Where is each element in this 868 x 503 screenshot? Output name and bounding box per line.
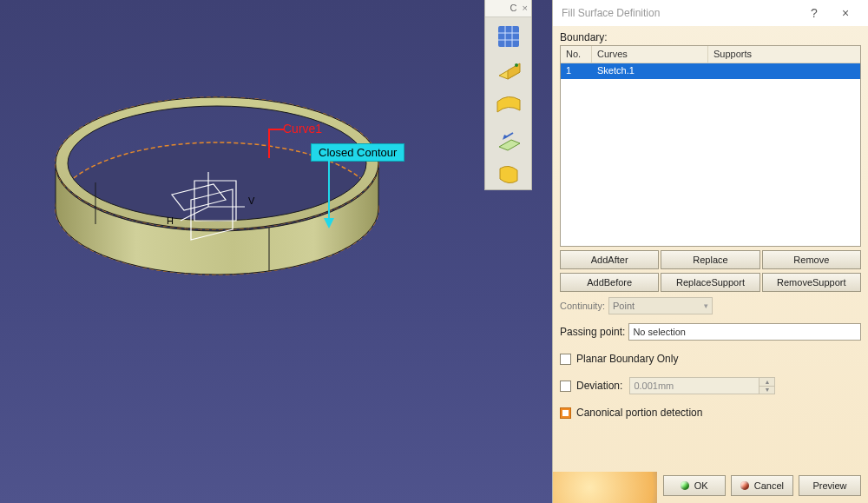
svg-marker-11 (324, 218, 334, 228)
dialog-titlebar: Fill Surface Definition ? × (553, 0, 868, 26)
list-header: No. Curves Supports (561, 46, 860, 63)
continuity-select[interactable]: Point ▾ (608, 297, 713, 314)
canonical-checkbox[interactable] (560, 407, 571, 419)
chevron-down-icon: ▾ (704, 301, 708, 310)
col-no[interactable]: No. (561, 46, 592, 63)
canonical-label: Canonical portion detection (576, 407, 702, 419)
dialog-title: Fill Surface Definition (562, 7, 799, 19)
deviation-label: Deviation: (576, 380, 622, 392)
curve-indicator-line (268, 129, 284, 130)
ok-label: OK (694, 480, 708, 491)
planar-boundary-checkbox[interactable] (560, 354, 571, 365)
replace-button[interactable]: Replace (661, 250, 760, 269)
cancel-dot-icon (740, 481, 749, 490)
deviation-field: 0.001mm (629, 377, 760, 394)
toolbar-close-icon[interactable]: × (523, 3, 528, 13)
passing-point-value: No selection (633, 327, 686, 337)
boundary-label: Boundary: (560, 31, 861, 43)
cancel-label: Cancel (754, 480, 784, 491)
extrude-icon[interactable] (492, 55, 525, 86)
add-after-button[interactable]: AddAfter (560, 250, 659, 269)
axis-label-v: V (248, 195, 254, 206)
boundary-list[interactable]: No. Curves Supports 1 Sketch.1 (560, 45, 861, 247)
curve-indicator-line-v (268, 129, 270, 158)
preview-label: Preview (812, 480, 846, 491)
svg-marker-4 (191, 189, 233, 240)
grid-icon[interactable] (492, 21, 525, 52)
surface-toolbar: C × (484, 0, 532, 190)
fill-surface-dialog: Fill Surface Definition ? × Boundary: No… (552, 0, 868, 503)
svg-rect-12 (498, 26, 519, 47)
ok-button[interactable]: OK (663, 475, 726, 496)
continuity-value: Point (613, 301, 635, 311)
curve-label: Curve1 (283, 122, 322, 136)
svg-point-13 (515, 63, 518, 67)
preview-button[interactable]: Preview (799, 475, 861, 496)
col-curves[interactable]: Curves (592, 46, 708, 63)
tooltip-arrow-icon (322, 161, 336, 230)
deviation-spinner: ▲ ▼ (760, 377, 775, 394)
close-icon[interactable]: × (830, 6, 861, 20)
row-curve: Sketch.1 (592, 63, 708, 79)
dialog-footer: OK Cancel Preview (553, 468, 868, 503)
row-support (708, 63, 860, 79)
continuity-label: Continuity: (560, 301, 605, 311)
planar-boundary-label: Planar Boundary Only (576, 353, 678, 365)
spin-down-icon: ▼ (760, 387, 774, 394)
replace-support-button[interactable]: ReplaceSupport (661, 273, 760, 292)
toolbar-tab-label: C (510, 3, 517, 13)
closed-contour-tooltip: Closed Contour (311, 143, 404, 162)
axis-label-h: H (167, 215, 174, 226)
offset-icon[interactable] (492, 124, 525, 156)
help-button[interactable]: ? (799, 6, 830, 20)
row-no: 1 (561, 63, 592, 79)
spin-up-icon: ▲ (760, 378, 774, 387)
remove-button[interactable]: Remove (762, 250, 861, 269)
ok-dot-icon (681, 481, 689, 490)
deviation-value: 0.001mm (634, 381, 674, 391)
col-supports[interactable]: Supports (708, 46, 860, 63)
add-before-button[interactable]: AddBefore (560, 273, 659, 292)
sweep-icon[interactable] (492, 89, 525, 121)
passing-point-label: Passing point: (560, 326, 625, 338)
cancel-button[interactable]: Cancel (731, 475, 793, 496)
deviation-checkbox[interactable] (560, 381, 571, 392)
coordinate-planes-icon (148, 165, 269, 261)
toolbar-tab[interactable]: C × (485, 0, 531, 17)
remove-support-button[interactable]: RemoveSupport (762, 273, 861, 292)
passing-point-field[interactable]: No selection (628, 323, 861, 341)
fill-icon[interactable] (492, 158, 525, 189)
viewport-3d[interactable]: H V Curve1 Closed Contour (0, 0, 552, 503)
list-row[interactable]: 1 Sketch.1 (561, 63, 860, 79)
